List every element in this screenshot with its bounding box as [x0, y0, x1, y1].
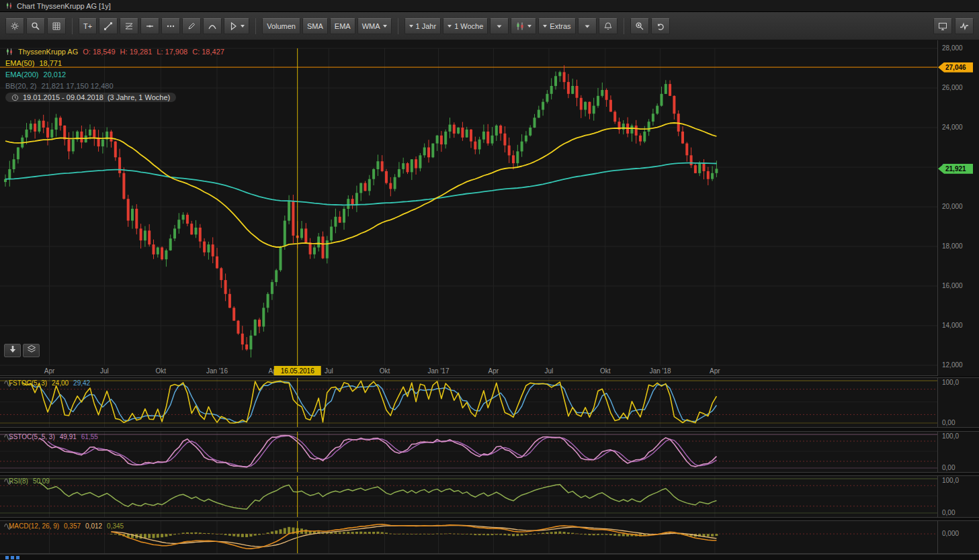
macd-value: 0,012 — [85, 522, 102, 530]
zoom-in-button[interactable] — [630, 18, 649, 34]
sstoc-value: 61,55 — [81, 433, 98, 440]
fstoc-legend: FSTOC(5, 3)24,0029,42 — [4, 379, 90, 387]
pointer-icon — [228, 21, 238, 31]
toolbar-separator — [72, 18, 73, 34]
horizontal-line-tool-button[interactable] — [140, 18, 159, 34]
window-title: Chart ThyssenKrupp AG [1y] — [17, 2, 111, 10]
interval-more-dropdown[interactable] — [490, 18, 509, 34]
main-chart-area[interactable]: AprJulOktJan '16AprJulOktJan '17AprJulOk… — [0, 40, 979, 376]
panel-indicator-dot[interactable] — [11, 556, 14, 559]
rsi-panel[interactable]: RSI(8)50,09 100,00,00 — [0, 475, 979, 518]
settings-button[interactable] — [5, 18, 24, 34]
macd-value: 0,345 — [107, 522, 124, 530]
sma-button[interactable]: SMA — [302, 18, 328, 34]
volumen-button[interactable]: Volumen — [262, 18, 300, 34]
panel-dot-indicators — [5, 556, 19, 559]
search-button[interactable] — [26, 18, 45, 34]
sstoc-axis-label: 100,0 — [942, 432, 959, 440]
pointer-tool-button[interactable] — [224, 18, 249, 34]
sstoc-axis-label: 0,00 — [942, 464, 955, 471]
svg-text:Jan '18: Jan '18 — [650, 367, 671, 375]
rsi-plot[interactable] — [0, 476, 937, 517]
fstoc-axis: 100,00,00 — [937, 378, 979, 427]
button-label: WMA — [362, 22, 380, 30]
svg-text:Jul: Jul — [545, 367, 554, 375]
svg-text:Jul: Jul — [100, 367, 109, 375]
macd-legend: MACD(12, 26, 9)0,3570,0120,345 — [4, 522, 124, 530]
layout-grid-button[interactable] — [47, 18, 66, 34]
layers-button[interactable] — [23, 344, 40, 357]
instrument-name[interactable]: ThyssenKrupp AG — [18, 48, 78, 56]
monitor-icon — [938, 21, 947, 31]
candlestick-icon — [5, 48, 13, 56]
extras-more-dropdown[interactable] — [578, 18, 597, 34]
sstoc-label[interactable]: SSTOC(5, 5, 3) — [9, 433, 55, 440]
interval-select[interactable]: 1 Woche — [443, 18, 488, 34]
chart-application: Chart ThyssenKrupp AG [1y] T+VolumenSMAE… — [0, 0, 979, 560]
macd-panel[interactable]: MACD(12, 26, 9)0,3570,0120,345 0,000 — [0, 520, 979, 554]
zoomin-icon — [635, 21, 644, 31]
chevron-icon — [495, 21, 504, 31]
fstoc-panel[interactable]: FSTOC(5, 3)24,0029,42 100,00,00 — [0, 377, 979, 428]
layers-icon — [27, 344, 36, 357]
macd-axis: 0,000 — [937, 521, 979, 553]
rsi-label[interactable]: RSI(8) — [9, 477, 28, 485]
gear-icon — [10, 21, 19, 31]
pulse-icon — [960, 21, 969, 31]
ema50-value: 18,771 — [39, 59, 62, 67]
timespan-select[interactable]: 1 Jahr — [405, 18, 441, 34]
svg-text:Okt: Okt — [155, 367, 166, 375]
trendline-tool-button[interactable] — [99, 18, 118, 34]
bell-icon — [603, 21, 613, 31]
chevron-icon — [583, 21, 592, 31]
panel-indicator-dot[interactable] — [5, 556, 9, 559]
svg-text:Apr: Apr — [710, 367, 720, 375]
arc-tool-button[interactable] — [203, 18, 222, 34]
svg-text:Jul: Jul — [325, 367, 333, 375]
y-axis-tick: 20,000 — [942, 203, 963, 210]
ema200-label[interactable]: EMA(200) — [5, 71, 39, 79]
y-axis-tick: 26,000 — [942, 84, 963, 91]
fstoc-axis-label: 100,0 — [942, 379, 959, 386]
fstoc-label[interactable]: FSTOC(5, 3) — [9, 379, 47, 387]
toolbar-separator — [624, 18, 624, 34]
macd-label[interactable]: MACD(12, 26, 9) — [9, 522, 59, 530]
candles-icon — [515, 21, 525, 31]
svg-text:Apr: Apr — [488, 367, 499, 375]
y-axis-tick: 18,000 — [942, 242, 963, 250]
scroll-to-end-button[interactable] — [4, 344, 21, 357]
svg-text:Okt: Okt — [380, 367, 390, 375]
bollinger-label[interactable]: BB(20, 2) — [5, 82, 36, 90]
trendline-icon — [103, 21, 113, 31]
fibonacci-tool-button[interactable] — [120, 18, 138, 34]
fullscreen-button[interactable] — [933, 18, 952, 34]
macd-axis-label: 0,000 — [942, 530, 959, 537]
macd-plot[interactable] — [0, 521, 937, 553]
panel-indicator-dot[interactable] — [16, 556, 19, 559]
ema50-label[interactable]: EMA(50) — [5, 59, 34, 67]
arc-icon — [208, 21, 217, 31]
text-annotation-button[interactable]: T+ — [79, 18, 97, 34]
toolbar-separator — [398, 18, 398, 34]
extras-select[interactable]: Extras — [538, 18, 575, 34]
fstoc-value: 24,00 — [52, 379, 69, 387]
freehand-tool-button[interactable] — [182, 18, 201, 34]
indicator-window-button[interactable] — [955, 18, 974, 34]
svg-text:Jan '16: Jan '16 — [206, 367, 228, 375]
alert-price-tag[interactable]: 27,046 — [938, 62, 973, 73]
sstoc-plot[interactable] — [0, 432, 937, 472]
undo-button[interactable] — [651, 18, 670, 34]
alarm-button[interactable] — [599, 18, 618, 34]
chart-type-select[interactable] — [511, 18, 536, 34]
window-icon — [5, 0, 13, 12]
dotted-line-tool-button[interactable] — [161, 18, 180, 34]
period-range: 19.01.2015 - 09.04.2018 — [23, 93, 103, 101]
wma-button[interactable]: WMA — [357, 18, 392, 34]
ema-button[interactable]: EMA — [330, 18, 355, 34]
fstoc-plot[interactable] — [0, 378, 937, 427]
button-label: 1 Jahr — [416, 22, 437, 30]
price-axis[interactable]: 28,00026,00024,00022,00020,00018,00016,0… — [937, 40, 979, 376]
main-toolbar: T+VolumenSMAEMAWMA1 Jahr1 WocheExtras — [0, 12, 979, 40]
sstoc-panel[interactable]: SSTOC(5, 5, 3)49,9161,55 100,00,00 — [0, 431, 979, 473]
chart-corner-buttons — [4, 344, 40, 357]
